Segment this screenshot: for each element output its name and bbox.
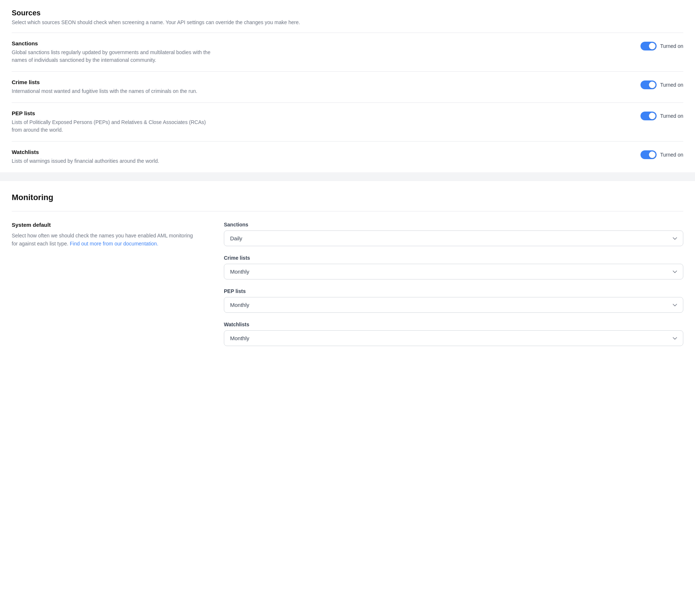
monitoring-system-default-title: System default	[12, 222, 195, 228]
source-desc-sanctions: Global sanctions lists regularly updated…	[12, 49, 217, 64]
dropdown-group-watchlists-frequency: Watchlists DailyWeeklyMonthlyNever	[224, 322, 683, 346]
dropdown-label-watchlists-frequency: Watchlists	[224, 322, 683, 327]
source-row-pep-lists: PEP lists Lists of Politically Exposed P…	[12, 103, 683, 142]
source-name-sanctions: Sanctions	[12, 40, 217, 46]
monitoring-content: System default Select how often we shoul…	[12, 222, 683, 346]
toggle-sanctions[interactable]	[640, 42, 657, 50]
dropdown-label-sanctions-frequency: Sanctions	[224, 222, 683, 228]
source-desc-watchlists: Lists of warnings issued by financial au…	[12, 157, 159, 165]
source-info-crime-lists: Crime lists International most wanted an…	[12, 79, 197, 95]
gray-separator	[0, 172, 695, 181]
source-row-crime-lists: Crime lists International most wanted an…	[12, 72, 683, 103]
sources-title: Sources	[12, 9, 683, 17]
source-info-watchlists: Watchlists Lists of warnings issued by f…	[12, 149, 159, 165]
toggle-container-sanctions: Turned on	[640, 40, 683, 50]
dropdown-select-sanctions-frequency[interactable]: DailyWeeklyMonthlyNever	[224, 230, 683, 246]
dropdown-select-crime-lists-frequency[interactable]: DailyWeeklyMonthlyNever	[224, 264, 683, 279]
dropdown-group-crime-lists-frequency: Crime lists DailyWeeklyMonthlyNever	[224, 255, 683, 279]
toggle-container-pep-lists: Turned on	[640, 110, 683, 120]
monitoring-title: Monitoring	[12, 193, 683, 202]
toggle-container-crime-lists: Turned on	[640, 79, 683, 89]
monitoring-left-column: System default Select how often we shoul…	[12, 222, 195, 248]
monitoring-left-description: Select how often we should check the nam…	[12, 232, 195, 248]
toggle-slider-watchlists	[640, 150, 657, 159]
monitoring-right-column: Sanctions DailyWeeklyMonthlyNever Crime …	[224, 222, 683, 346]
source-name-pep-lists: PEP lists	[12, 110, 217, 116]
dropdown-group-pep-lists-frequency: PEP lists DailyWeeklyMonthlyNever	[224, 288, 683, 313]
toggle-pep-lists[interactable]	[640, 112, 657, 120]
dropdown-label-crime-lists-frequency: Crime lists	[224, 255, 683, 261]
toggle-crime-lists[interactable]	[640, 80, 657, 89]
dropdown-label-pep-lists-frequency: PEP lists	[224, 288, 683, 294]
dropdown-select-watchlists-frequency[interactable]: DailyWeeklyMonthlyNever	[224, 330, 683, 346]
toggle-watchlists[interactable]	[640, 150, 657, 159]
dropdown-select-pep-lists-frequency[interactable]: DailyWeeklyMonthlyNever	[224, 297, 683, 313]
monitoring-divider	[12, 211, 683, 211]
source-name-crime-lists: Crime lists	[12, 79, 197, 85]
page-container: Sources Select which sources SEON should…	[0, 0, 695, 361]
toggle-label-pep-lists: Turned on	[660, 113, 683, 119]
source-rows-container: Sanctions Global sanctions lists regular…	[12, 33, 683, 172]
toggle-slider-crime-lists	[640, 80, 657, 89]
toggle-slider-sanctions	[640, 42, 657, 50]
source-row-sanctions: Sanctions Global sanctions lists regular…	[12, 33, 683, 72]
source-desc-pep-lists: Lists of Politically Exposed Persons (PE…	[12, 119, 217, 134]
monitoring-section: Monitoring System default Select how oft…	[0, 181, 695, 361]
toggle-label-sanctions: Turned on	[660, 43, 683, 49]
source-name-watchlists: Watchlists	[12, 149, 159, 155]
toggle-label-watchlists: Turned on	[660, 152, 683, 158]
sources-subtitle: Select which sources SEON should check w…	[12, 19, 683, 25]
monitoring-docs-link[interactable]: Find out more from our documentation.	[70, 241, 158, 247]
source-row-watchlists: Watchlists Lists of warnings issued by f…	[12, 142, 683, 172]
sources-section: Sources Select which sources SEON should…	[0, 0, 695, 172]
source-info-pep-lists: PEP lists Lists of Politically Exposed P…	[12, 110, 217, 134]
source-desc-crime-lists: International most wanted and fugitive l…	[12, 87, 197, 95]
source-info-sanctions: Sanctions Global sanctions lists regular…	[12, 40, 217, 64]
toggle-slider-pep-lists	[640, 112, 657, 120]
toggle-container-watchlists: Turned on	[640, 149, 683, 159]
toggle-label-crime-lists: Turned on	[660, 82, 683, 88]
dropdown-group-sanctions-frequency: Sanctions DailyWeeklyMonthlyNever	[224, 222, 683, 246]
